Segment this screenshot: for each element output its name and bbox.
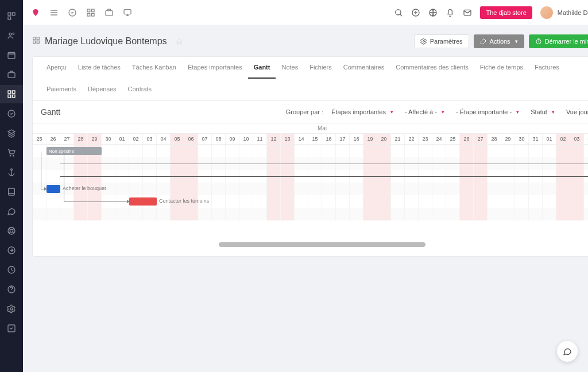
bell-icon[interactable] (446, 8, 455, 17)
day-cell: 20 (377, 134, 391, 144)
logo-icon[interactable] (31, 8, 40, 17)
gantt-bar[interactable]: Non spécifié (47, 147, 102, 155)
svg-point-17 (10, 229, 13, 232)
sidebar-item-dashboard[interactable] (0, 7, 23, 25)
day-cell: 22 (405, 134, 419, 144)
user-menu[interactable]: Mathilde Desroches (540, 6, 588, 19)
svg-point-38 (423, 41, 424, 42)
tab-commentaires-des-clients[interactable]: Commentaires des clients (390, 57, 474, 79)
day-cell: 15 (308, 134, 322, 144)
filter-assigned[interactable]: - Affecté à - (401, 107, 448, 117)
tab-fiche-de-temps[interactable]: Fiche de temps (474, 57, 529, 79)
monitor-icon[interactable] (123, 8, 132, 17)
chat-fab[interactable] (557, 341, 578, 362)
day-cell: 29 (501, 134, 515, 144)
filter-milestone[interactable]: Étapes importantes (328, 107, 397, 117)
tab-aperçu[interactable]: Aperçu (41, 57, 72, 79)
sidebar-item-cart[interactable] (0, 144, 23, 162)
params-button[interactable]: Paramètres (414, 34, 469, 48)
day-cell: 12 (267, 134, 281, 144)
filter-stage[interactable]: - Étape importante - (452, 107, 523, 117)
day-cell: 10 (239, 134, 253, 144)
day-cell: 26 (47, 134, 60, 144)
sidebar-item-export[interactable] (0, 241, 23, 259)
tab-contrats[interactable]: Contrats (122, 79, 158, 100)
day-cell: 28 (488, 134, 501, 144)
search-icon[interactable] (394, 8, 403, 17)
tab-liste-de-tâches[interactable]: Liste de tâches (72, 57, 126, 79)
day-cell: 02 (556, 134, 570, 144)
menu-icon[interactable] (49, 8, 59, 17)
filter-view[interactable]: Vue jours (563, 107, 588, 117)
sidebar-item-edit[interactable] (0, 319, 23, 338)
sidebar-item-users[interactable] (0, 26, 23, 45)
day-cell: 08 (212, 134, 226, 144)
grid-icon[interactable] (86, 8, 95, 17)
day-cell: 13 (281, 134, 295, 144)
sidebar-item-time[interactable] (0, 261, 23, 279)
day-cell: 29 (88, 134, 102, 144)
day-cell: 24 (432, 134, 446, 144)
page-title: Mariage Ludovique Bontemps ☆ (32, 36, 183, 47)
tab-paiements[interactable]: Paiements (41, 79, 82, 100)
svg-rect-37 (37, 41, 39, 43)
actions-button[interactable]: Actions (474, 34, 524, 48)
tab-fichiers[interactable]: Fichiers (304, 57, 338, 79)
day-cell: 28 (74, 134, 88, 144)
tab-commentaires[interactable]: Commentaires (338, 57, 390, 79)
day-cell: 17 (336, 134, 350, 144)
check-circle-icon[interactable] (68, 8, 77, 17)
gantt-bar[interactable] (47, 185, 60, 193)
star-icon[interactable]: ☆ (175, 36, 183, 47)
day-cell: 26 (460, 134, 474, 144)
briefcase-top-icon[interactable] (105, 8, 114, 17)
svg-rect-5 (8, 52, 15, 59)
sidebar-item-book[interactable] (0, 183, 23, 201)
scrollbar[interactable] (219, 242, 425, 247)
tab-notes[interactable]: Notes (276, 57, 304, 79)
sidebar-item-help[interactable] (0, 280, 23, 299)
sidebar-item-anchor[interactable] (0, 163, 23, 181)
sidebar (0, 0, 23, 372)
tab-étapes-importantes[interactable]: Étapes importantes (182, 57, 248, 79)
svg-point-21 (10, 308, 13, 310)
sidebar-item-calendar[interactable] (0, 46, 23, 64)
day-cell: 02 (129, 134, 143, 144)
day-cell: 11 (253, 134, 267, 144)
gantt-chart[interactable]: Mai 252627282930010203040506070809101112… (33, 123, 588, 256)
store-button[interactable]: The djab store (480, 6, 532, 19)
day-cell: 27 (474, 134, 488, 144)
svg-rect-9 (8, 95, 11, 98)
day-cell: 04 (584, 134, 588, 144)
svg-rect-7 (8, 91, 11, 94)
tab-gantt[interactable]: Gantt (248, 57, 276, 79)
plus-circle-icon[interactable] (411, 8, 420, 17)
mail-icon[interactable] (463, 8, 472, 17)
sidebar-item-tasks[interactable] (0, 104, 23, 123)
day-cell: 03 (570, 134, 584, 144)
svg-point-3 (9, 33, 11, 35)
sidebar-item-briefcase[interactable] (0, 65, 23, 84)
filter-status[interactable]: Statut (527, 107, 558, 117)
day-cell: 04 (157, 134, 171, 144)
svg-rect-25 (91, 9, 94, 12)
svg-rect-1 (12, 13, 15, 16)
day-cell: 01 (115, 134, 129, 144)
day-cell: 03 (143, 134, 157, 144)
tab-factures[interactable]: Factures (529, 57, 565, 79)
sidebar-item-support[interactable] (0, 222, 23, 240)
username: Mathilde Desroches (558, 9, 588, 16)
sidebar-item-layers[interactable] (0, 124, 23, 142)
sidebar-item-chat[interactable] (0, 202, 23, 220)
month-label: Mai (33, 123, 588, 134)
timer-button[interactable]: Démarrer le minuterie (529, 34, 588, 48)
tab-dépenses[interactable]: Dépenses (82, 79, 122, 100)
day-cell: 25 (33, 134, 47, 144)
gantt-bar[interactable] (129, 197, 157, 206)
sidebar-item-apps[interactable] (0, 85, 23, 103)
globe-icon[interactable] (428, 8, 438, 17)
tab-tâches-kanban[interactable]: Tâches Kanban (126, 57, 182, 79)
gantt-bar-label: Acheter le bouquet (63, 185, 106, 191)
svg-rect-28 (106, 10, 113, 16)
sidebar-item-settings[interactable] (0, 300, 23, 318)
